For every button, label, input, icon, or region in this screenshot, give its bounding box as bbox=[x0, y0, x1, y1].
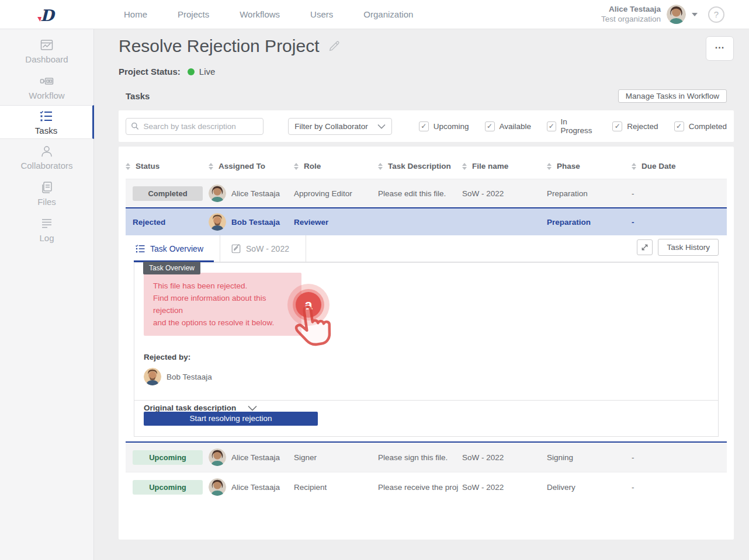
status-dot bbox=[188, 68, 195, 75]
phase-cell: Delivery bbox=[547, 483, 632, 492]
sidebar-item-dashboard[interactable]: Dashboard bbox=[0, 33, 93, 69]
brand-logo[interactable]: D bbox=[33, 5, 56, 24]
filter-available[interactable]: Available bbox=[485, 117, 532, 135]
column-header-file-name[interactable]: File name bbox=[462, 162, 547, 171]
task-history-button[interactable]: Task History bbox=[658, 239, 719, 256]
assignee-name: Alice Testaaja bbox=[231, 453, 280, 462]
sort-icon[interactable] bbox=[547, 163, 552, 170]
chevron-down-icon bbox=[248, 405, 257, 411]
checkbox-checked-icon[interactable] bbox=[612, 121, 622, 131]
project-status-label: Project Status: bbox=[119, 67, 181, 76]
avatar[interactable] bbox=[667, 5, 686, 24]
task-detail-panel: Task Overview SoW - 2022 Task History Ta… bbox=[126, 235, 727, 437]
sidebar-item-workflow[interactable]: Workflow bbox=[0, 69, 93, 105]
help-button[interactable]: ? bbox=[708, 6, 724, 23]
collaborator-filter-label: Filter by Collaborator bbox=[294, 122, 367, 131]
checkbox-checked-icon[interactable] bbox=[547, 121, 556, 131]
filter-in-progress[interactable]: In Progress bbox=[547, 117, 597, 135]
main-content: Resolve Rejection Project ... Project St… bbox=[94, 29, 749, 560]
nav-item-users[interactable]: Users bbox=[310, 9, 333, 19]
nav-item-organization[interactable]: Organization bbox=[363, 9, 413, 19]
checkbox-checked-icon[interactable] bbox=[674, 121, 684, 131]
tab-label: Task Overview bbox=[150, 244, 203, 253]
table-row[interactable]: Upcoming Alice Testaaja Recipient Please… bbox=[126, 472, 727, 502]
column-header-phase[interactable]: Phase bbox=[547, 162, 632, 171]
sidebar-item-label: Files bbox=[37, 197, 56, 207]
log-icon bbox=[40, 217, 54, 231]
sidebar-item-tasks[interactable]: Tasks bbox=[0, 105, 94, 139]
edit-title-icon[interactable] bbox=[328, 40, 341, 53]
checkbox-checked-icon[interactable] bbox=[485, 121, 495, 131]
tab-sow-2022[interactable]: SoW - 2022 bbox=[230, 235, 306, 262]
role-cell: Signer bbox=[294, 453, 378, 462]
column-header-status[interactable]: Status bbox=[126, 162, 209, 171]
manage-tasks-button[interactable]: Manage Tasks in Workflow bbox=[618, 89, 727, 103]
sort-icon[interactable] bbox=[294, 163, 299, 170]
due-date-cell: - bbox=[632, 483, 727, 492]
user-name: Alice Testaaja bbox=[601, 5, 661, 15]
nav-item-home[interactable]: Home bbox=[124, 9, 147, 19]
table-row[interactable]: Completed Alice Testaaja Approving Edito… bbox=[126, 179, 727, 207]
rejection-alert: This file has been rejected. Find more i… bbox=[144, 273, 301, 336]
sort-icon[interactable] bbox=[462, 163, 467, 170]
assignee-name: Bob Testaaja bbox=[231, 218, 280, 227]
avatar bbox=[209, 185, 226, 202]
column-header-task-description[interactable]: Task Description bbox=[378, 162, 462, 171]
filter-upcoming[interactable]: Upcoming bbox=[419, 117, 469, 135]
files-icon bbox=[40, 180, 54, 194]
page-title: Resolve Rejection Project bbox=[119, 36, 320, 56]
tasks-section-title: Tasks bbox=[126, 91, 150, 101]
nav-item-projects[interactable]: Projects bbox=[178, 9, 209, 19]
filter-rejected[interactable]: Rejected bbox=[612, 117, 658, 135]
search-input[interactable] bbox=[143, 122, 258, 131]
status-badge: Upcoming bbox=[133, 480, 203, 495]
column-header-due-date[interactable]: Due Date bbox=[632, 162, 727, 171]
status-text: Rejected bbox=[133, 218, 165, 227]
sidebar-item-label: Dashboard bbox=[25, 54, 68, 64]
tasks-icon bbox=[39, 109, 53, 123]
sidebar-item-files[interactable]: Files bbox=[0, 175, 93, 211]
tab-task-overview[interactable]: Task Overview bbox=[134, 235, 220, 262]
column-header-assigned-to[interactable]: Assigned To bbox=[209, 162, 294, 171]
project-menu-button[interactable]: ... bbox=[706, 36, 734, 61]
filter-completed[interactable]: Completed bbox=[674, 117, 727, 135]
filter-bar: Filter by Collaborator Upcoming Availabl… bbox=[119, 110, 734, 142]
brand-logo-icon: D bbox=[33, 5, 56, 24]
nav-item-workflows[interactable]: Workflows bbox=[240, 9, 280, 19]
table-row[interactable]: Upcoming Alice Testaaja Signer Please si… bbox=[126, 443, 727, 472]
file-name-cell: SoW - 2022 bbox=[462, 453, 547, 462]
search-icon bbox=[131, 121, 139, 131]
chevron-down-icon[interactable] bbox=[692, 13, 698, 16]
svg-text:D: D bbox=[40, 6, 56, 24]
sort-icon[interactable] bbox=[209, 163, 213, 170]
phase-cell: Signing bbox=[547, 453, 632, 462]
tasks-table: Status Assigned To Role Task Description… bbox=[119, 147, 734, 540]
checkbox-checked-icon[interactable] bbox=[419, 121, 429, 131]
sort-icon[interactable] bbox=[632, 163, 636, 170]
sidebar-item-log[interactable]: Log bbox=[0, 211, 93, 248]
collaborator-filter-dropdown[interactable]: Filter by Collaborator bbox=[288, 118, 391, 135]
assignee-name: Alice Testaaja bbox=[231, 483, 280, 492]
search-box[interactable] bbox=[126, 118, 263, 135]
due-date-cell: - bbox=[632, 189, 727, 198]
user-menu[interactable]: Alice Testaaja Test organization ? bbox=[601, 5, 724, 25]
expand-icon bbox=[640, 243, 649, 252]
sidebar: Dashboard Workflow Tasks Collaborators F… bbox=[0, 29, 94, 560]
workflow-icon bbox=[40, 74, 54, 88]
user-info: Alice Testaaja Test organization bbox=[601, 5, 661, 25]
column-header-role[interactable]: Role bbox=[294, 162, 378, 171]
project-status-value: Live bbox=[199, 67, 216, 76]
sort-icon[interactable] bbox=[126, 163, 130, 170]
table-row-selected[interactable]: Rejected Bob Testaaja Reviewer Preparati… bbox=[126, 207, 727, 235]
avatar bbox=[209, 213, 226, 231]
tooltip: Task Overview bbox=[143, 262, 200, 274]
detail-tabbar: Task Overview SoW - 2022 Task History bbox=[134, 235, 719, 262]
sort-icon[interactable] bbox=[378, 163, 383, 170]
sidebar-item-collaborators[interactable]: Collaborators bbox=[0, 139, 93, 175]
sidebar-item-label: Tasks bbox=[35, 126, 57, 135]
sidebar-item-label: Collaborators bbox=[20, 161, 72, 171]
file-name-cell: SoW - 2022 bbox=[462, 189, 547, 198]
chevron-down-icon bbox=[377, 124, 386, 129]
start-resolving-rejection-button[interactable]: Start resolving rejection bbox=[144, 412, 318, 426]
expand-panel-button[interactable] bbox=[637, 239, 653, 255]
